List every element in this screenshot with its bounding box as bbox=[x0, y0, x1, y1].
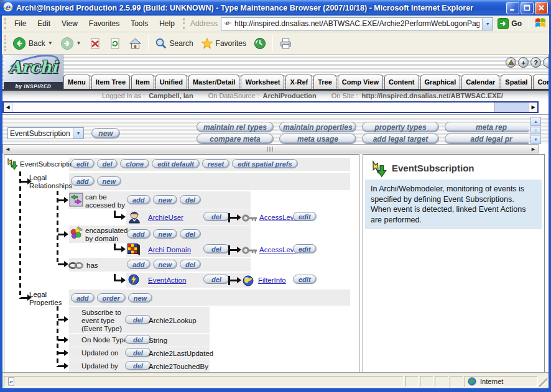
scroll-right-arrow-icon[interactable]: ► bbox=[530, 146, 536, 152]
tab-graphical[interactable]: Graphical bbox=[420, 75, 461, 89]
forward-button[interactable]: ▼ bbox=[57, 35, 85, 52]
edit-spatial-prefs-button[interactable]: edit spatial prefs bbox=[232, 159, 297, 168]
toolbar-grip[interactable] bbox=[183, 18, 185, 29]
maintain-properties-button[interactable]: maintain properties bbox=[279, 122, 356, 132]
clipped-icon[interactable] bbox=[543, 57, 549, 68]
new-button[interactable]: new bbox=[97, 176, 121, 186]
back-dropdown-caret[interactable]: ▼ bbox=[48, 40, 53, 46]
tab-worksheet[interactable]: Worksheet bbox=[241, 75, 284, 89]
scroll-up-arrow-icon[interactable]: ▲ bbox=[530, 117, 541, 126]
del-button[interactable]: del bbox=[203, 244, 229, 253]
event-action-link[interactable]: EventAction bbox=[148, 276, 186, 284]
scrollbar-thumb[interactable]: ≡ bbox=[530, 127, 541, 134]
toolbar-grip[interactable] bbox=[4, 18, 6, 29]
address-url[interactable]: http://inspired.dnsalias.net/ABTWSAC.EXE… bbox=[234, 19, 479, 28]
tab-spatial[interactable]: Spatial bbox=[501, 75, 532, 89]
new-button[interactable]: new bbox=[128, 293, 152, 303]
edit-button[interactable]: edit bbox=[293, 212, 317, 221]
menu-file[interactable]: File bbox=[9, 17, 32, 30]
scrollbar-thumb[interactable] bbox=[267, 147, 274, 152]
scrollbar-thumb[interactable] bbox=[12, 103, 495, 112]
address-field[interactable]: e http://inspired.dnsalias.net/ABTWSAC.E… bbox=[221, 17, 493, 30]
tab-comp-view[interactable]: Comp View bbox=[338, 75, 383, 89]
filter-info-link[interactable]: FilterInfo bbox=[258, 276, 286, 284]
del-button[interactable]: del bbox=[125, 315, 151, 324]
new-button[interactable]: new bbox=[153, 260, 177, 269]
type-select[interactable]: EventSubscription ▼ bbox=[7, 127, 84, 139]
add-button[interactable]: add bbox=[127, 195, 150, 204]
add-button[interactable]: add bbox=[71, 293, 95, 303]
del-button[interactable]: del bbox=[125, 335, 151, 344]
add-button[interactable]: add bbox=[71, 176, 95, 186]
help-icon[interactable]: ? bbox=[530, 57, 541, 68]
edit-button[interactable]: edit bbox=[293, 244, 317, 253]
alerts-icon[interactable] bbox=[506, 57, 516, 68]
favorites-button[interactable]: Favorites bbox=[197, 36, 250, 51]
edit-button[interactable]: edit bbox=[293, 275, 317, 284]
del-button[interactable]: del bbox=[203, 212, 229, 221]
resize-grip[interactable] bbox=[539, 376, 547, 387]
tab-menu[interactable]: Menu bbox=[63, 75, 90, 89]
tab-master-detail[interactable]: Master/Detail bbox=[188, 75, 239, 89]
menu-view[interactable]: View bbox=[56, 17, 83, 30]
page-horizontal-scrollbar[interactable]: ◀ ▶ bbox=[2, 101, 539, 113]
tab-x-ref[interactable]: X-Ref bbox=[285, 75, 312, 89]
menu-tools[interactable]: Tools bbox=[125, 17, 154, 30]
new-button[interactable]: new bbox=[153, 229, 177, 239]
order-button[interactable]: order bbox=[97, 293, 126, 303]
scroll-right-arrow-icon[interactable]: ▶ bbox=[529, 103, 537, 112]
home-button[interactable] bbox=[125, 36, 146, 51]
add-legal-prop-button[interactable]: add legal pr bbox=[445, 134, 529, 144]
property-types-button[interactable]: property types bbox=[362, 122, 439, 132]
scrollbar-track[interactable] bbox=[495, 103, 529, 112]
del-button[interactable]: del bbox=[180, 229, 201, 239]
archie-user-link[interactable]: ArchieUser bbox=[148, 214, 183, 221]
address-dropdown-button[interactable]: ▼ bbox=[482, 18, 493, 30]
new-button[interactable]: new bbox=[153, 195, 177, 204]
print-button[interactable] bbox=[276, 36, 296, 51]
stop-button[interactable] bbox=[85, 36, 105, 51]
del-button[interactable]: del bbox=[97, 159, 118, 168]
meta-usage-button[interactable]: meta usage bbox=[279, 134, 356, 144]
maintain-rel-types-button[interactable]: maintain rel types bbox=[197, 122, 274, 132]
archi-domain-link[interactable]: Archi Domain bbox=[148, 246, 191, 253]
scroll-left-arrow-icon[interactable]: ◄ bbox=[5, 146, 11, 152]
add-button[interactable]: add bbox=[127, 260, 150, 269]
forward-dropdown-caret[interactable]: ▼ bbox=[76, 40, 81, 46]
tab-tree[interactable]: Tree bbox=[313, 75, 336, 89]
tab-item-tree[interactable]: Item Tree bbox=[91, 75, 130, 89]
minimize-button[interactable] bbox=[506, 2, 519, 14]
menu-edit[interactable]: Edit bbox=[32, 17, 56, 30]
tab-context[interactable]: Context bbox=[533, 75, 549, 89]
actions-vertical-scrollbar[interactable]: ▲ ≡ ▼ bbox=[530, 117, 541, 144]
maximize-button[interactable] bbox=[521, 2, 534, 14]
reset-button[interactable]: reset bbox=[202, 159, 229, 168]
scroll-left-arrow-icon[interactable]: ◀ bbox=[4, 103, 12, 112]
refresh-button[interactable] bbox=[105, 36, 125, 51]
new-type-button[interactable]: new bbox=[91, 128, 120, 139]
meta-rep-button[interactable]: meta rep bbox=[445, 122, 529, 132]
menu-help[interactable]: Help bbox=[154, 17, 180, 30]
edit-button[interactable]: edit bbox=[71, 159, 95, 168]
tab-unified[interactable]: Unified bbox=[155, 75, 187, 89]
clone-button[interactable]: clone bbox=[120, 159, 149, 168]
add-icon[interactable]: + bbox=[518, 57, 529, 68]
close-button[interactable] bbox=[535, 2, 548, 14]
tab-content[interactable]: Content bbox=[384, 75, 419, 89]
go-button[interactable]: Go bbox=[493, 17, 526, 30]
del-button[interactable]: del bbox=[180, 195, 201, 204]
tab-item[interactable]: Item bbox=[131, 75, 154, 89]
edit-default-button[interactable]: edit default bbox=[152, 159, 200, 168]
back-button[interactable]: Back ▼ bbox=[9, 35, 57, 52]
del-button[interactable]: del bbox=[203, 275, 229, 284]
search-button[interactable]: Search bbox=[151, 36, 197, 51]
tab-calendar[interactable]: Calendar bbox=[461, 75, 499, 89]
actions-horizontal-scrollbar[interactable]: ◄ ► bbox=[2, 144, 539, 153]
add-legal-target-button[interactable]: add legal target bbox=[362, 134, 439, 144]
del-button[interactable]: del bbox=[180, 260, 201, 269]
scroll-down-arrow-icon[interactable]: ▼ bbox=[530, 135, 541, 144]
history-button[interactable] bbox=[250, 36, 270, 51]
toolbar-grip[interactable] bbox=[4, 35, 6, 51]
del-button[interactable]: del bbox=[125, 348, 151, 357]
compare-meta-button[interactable]: compare meta bbox=[197, 134, 274, 144]
